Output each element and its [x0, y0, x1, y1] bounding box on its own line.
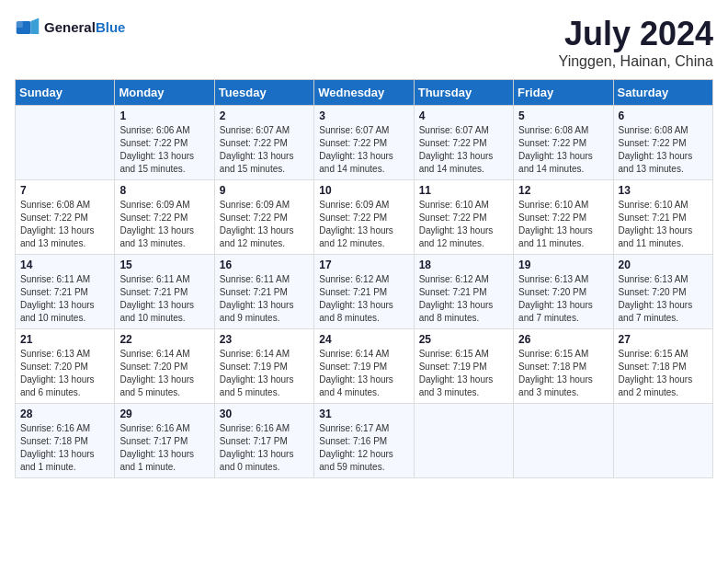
calendar-cell: 17Sunrise: 6:12 AM Sunset: 7:21 PM Dayli… [314, 255, 414, 329]
calendar-cell: 16Sunrise: 6:11 AM Sunset: 7:21 PM Dayli… [214, 255, 313, 329]
calendar-cell: 7Sunrise: 6:08 AM Sunset: 7:22 PM Daylig… [16, 180, 115, 255]
day-info: Sunrise: 6:13 AM Sunset: 7:20 PM Dayligh… [619, 273, 708, 325]
month-year-title: July 2024 [559, 15, 713, 53]
calendar-cell [613, 404, 712, 478]
calendar-cell: 2Sunrise: 6:07 AM Sunset: 7:22 PM Daylig… [214, 106, 313, 180]
day-info: Sunrise: 6:06 AM Sunset: 7:22 PM Dayligh… [119, 124, 209, 176]
day-info: Sunrise: 6:12 AM Sunset: 7:21 PM Dayligh… [419, 273, 508, 325]
day-info: Sunrise: 6:07 AM Sunset: 7:22 PM Dayligh… [419, 124, 508, 176]
day-number: 5 [518, 109, 608, 122]
day-info: Sunrise: 6:08 AM Sunset: 7:22 PM Dayligh… [20, 199, 109, 250]
day-info: Sunrise: 6:13 AM Sunset: 7:20 PM Dayligh… [518, 273, 608, 325]
day-info: Sunrise: 6:15 AM Sunset: 7:18 PM Dayligh… [619, 348, 708, 399]
day-number: 20 [619, 259, 708, 271]
day-info: Sunrise: 6:09 AM Sunset: 7:22 PM Dayligh… [119, 199, 209, 250]
calendar-week-row: 28Sunrise: 6:16 AM Sunset: 7:18 PM Dayli… [16, 404, 713, 478]
logo-blue-text: Blue [96, 19, 126, 35]
day-number: 13 [619, 184, 708, 197]
day-number: 2 [220, 109, 309, 122]
day-number: 19 [518, 259, 608, 271]
svg-rect-2 [17, 21, 23, 28]
day-number: 7 [20, 184, 109, 197]
day-info: Sunrise: 6:13 AM Sunset: 7:20 PM Dayligh… [20, 348, 109, 399]
day-of-week-header: Saturday [613, 80, 712, 106]
day-number: 27 [619, 333, 708, 346]
day-info: Sunrise: 6:12 AM Sunset: 7:21 PM Dayligh… [319, 273, 408, 325]
page-header: GeneralBlue July 2024 Yinggen, Hainan, C… [15, 15, 713, 70]
calendar-cell: 31Sunrise: 6:17 AM Sunset: 7:16 PM Dayli… [314, 404, 414, 478]
calendar-cell: 21Sunrise: 6:13 AM Sunset: 7:20 PM Dayli… [16, 329, 115, 404]
day-number: 14 [20, 259, 109, 271]
calendar-week-row: 21Sunrise: 6:13 AM Sunset: 7:20 PM Dayli… [16, 329, 713, 404]
day-number: 16 [220, 259, 309, 271]
calendar-cell: 15Sunrise: 6:11 AM Sunset: 7:21 PM Dayli… [115, 255, 214, 329]
calendar-cell [514, 404, 613, 478]
calendar-week-row: 1Sunrise: 6:06 AM Sunset: 7:22 PM Daylig… [16, 106, 713, 180]
calendar-cell: 30Sunrise: 6:16 AM Sunset: 7:17 PM Dayli… [214, 404, 313, 478]
calendar-cell: 1Sunrise: 6:06 AM Sunset: 7:22 PM Daylig… [115, 106, 214, 180]
day-info: Sunrise: 6:16 AM Sunset: 7:17 PM Dayligh… [220, 422, 309, 474]
day-of-week-header: Sunday [16, 80, 115, 106]
calendar-cell: 3Sunrise: 6:07 AM Sunset: 7:22 PM Daylig… [314, 106, 414, 180]
day-info: Sunrise: 6:08 AM Sunset: 7:22 PM Dayligh… [619, 124, 708, 176]
calendar-cell: 22Sunrise: 6:14 AM Sunset: 7:20 PM Dayli… [115, 329, 214, 404]
calendar-cell: 6Sunrise: 6:08 AM Sunset: 7:22 PM Daylig… [613, 106, 712, 180]
logo: GeneralBlue [15, 15, 125, 40]
calendar-cell: 8Sunrise: 6:09 AM Sunset: 7:22 PM Daylig… [115, 180, 214, 255]
day-number: 25 [419, 333, 508, 346]
day-info: Sunrise: 6:09 AM Sunset: 7:22 PM Dayligh… [220, 199, 309, 250]
day-of-week-header: Wednesday [314, 80, 414, 106]
day-number: 26 [518, 333, 608, 346]
day-info: Sunrise: 6:09 AM Sunset: 7:22 PM Dayligh… [319, 199, 408, 250]
day-number: 9 [220, 184, 309, 197]
calendar-cell: 14Sunrise: 6:11 AM Sunset: 7:21 PM Dayli… [16, 255, 115, 329]
calendar-cell: 20Sunrise: 6:13 AM Sunset: 7:20 PM Dayli… [613, 255, 712, 329]
day-number: 31 [319, 408, 408, 420]
calendar-cell: 4Sunrise: 6:07 AM Sunset: 7:22 PM Daylig… [414, 106, 513, 180]
day-number: 18 [419, 259, 508, 271]
day-info: Sunrise: 6:14 AM Sunset: 7:19 PM Dayligh… [220, 348, 309, 399]
logo-general-text: General [44, 19, 96, 35]
day-of-week-header: Thursday [414, 80, 513, 106]
calendar-cell: 9Sunrise: 6:09 AM Sunset: 7:22 PM Daylig… [214, 180, 313, 255]
day-of-week-header: Tuesday [214, 80, 313, 106]
day-info: Sunrise: 6:15 AM Sunset: 7:18 PM Dayligh… [518, 348, 608, 399]
day-number: 29 [119, 408, 209, 420]
calendar-cell: 11Sunrise: 6:10 AM Sunset: 7:22 PM Dayli… [414, 180, 513, 255]
location-subtitle: Yinggen, Hainan, China [559, 53, 713, 70]
calendar-cell: 19Sunrise: 6:13 AM Sunset: 7:20 PM Dayli… [514, 255, 613, 329]
calendar-cell: 27Sunrise: 6:15 AM Sunset: 7:18 PM Dayli… [613, 329, 712, 404]
day-number: 15 [119, 259, 209, 271]
day-number: 23 [220, 333, 309, 346]
day-info: Sunrise: 6:14 AM Sunset: 7:19 PM Dayligh… [319, 348, 408, 399]
day-info: Sunrise: 6:11 AM Sunset: 7:21 PM Dayligh… [20, 273, 109, 325]
calendar-cell: 23Sunrise: 6:14 AM Sunset: 7:19 PM Dayli… [214, 329, 313, 404]
calendar-cell: 10Sunrise: 6:09 AM Sunset: 7:22 PM Dayli… [314, 180, 414, 255]
day-info: Sunrise: 6:10 AM Sunset: 7:22 PM Dayligh… [518, 199, 608, 250]
day-number: 1 [119, 109, 209, 122]
calendar-cell: 25Sunrise: 6:15 AM Sunset: 7:19 PM Dayli… [414, 329, 513, 404]
day-number: 17 [319, 259, 408, 271]
calendar-cell: 13Sunrise: 6:10 AM Sunset: 7:21 PM Dayli… [613, 180, 712, 255]
day-info: Sunrise: 6:07 AM Sunset: 7:22 PM Dayligh… [319, 124, 408, 176]
calendar-cell: 18Sunrise: 6:12 AM Sunset: 7:21 PM Dayli… [414, 255, 513, 329]
calendar-cell: 12Sunrise: 6:10 AM Sunset: 7:22 PM Dayli… [514, 180, 613, 255]
calendar-table: SundayMondayTuesdayWednesdayThursdayFrid… [15, 79, 713, 478]
day-info: Sunrise: 6:10 AM Sunset: 7:21 PM Dayligh… [619, 199, 708, 250]
day-number: 21 [20, 333, 109, 346]
logo-icon [15, 15, 40, 40]
day-info: Sunrise: 6:10 AM Sunset: 7:22 PM Dayligh… [419, 199, 508, 250]
calendar-cell: 24Sunrise: 6:14 AM Sunset: 7:19 PM Dayli… [314, 329, 414, 404]
calendar-week-row: 14Sunrise: 6:11 AM Sunset: 7:21 PM Dayli… [16, 255, 713, 329]
day-of-week-header: Friday [514, 80, 613, 106]
calendar-week-row: 7Sunrise: 6:08 AM Sunset: 7:22 PM Daylig… [16, 180, 713, 255]
calendar-cell: 28Sunrise: 6:16 AM Sunset: 7:18 PM Dayli… [16, 404, 115, 478]
calendar-cell: 5Sunrise: 6:08 AM Sunset: 7:22 PM Daylig… [514, 106, 613, 180]
day-info: Sunrise: 6:08 AM Sunset: 7:22 PM Dayligh… [518, 124, 608, 176]
header-row: SundayMondayTuesdayWednesdayThursdayFrid… [16, 80, 713, 106]
day-number: 6 [619, 109, 708, 122]
day-number: 3 [319, 109, 408, 122]
day-info: Sunrise: 6:17 AM Sunset: 7:16 PM Dayligh… [319, 422, 408, 474]
day-of-week-header: Monday [115, 80, 214, 106]
day-number: 24 [319, 333, 408, 346]
